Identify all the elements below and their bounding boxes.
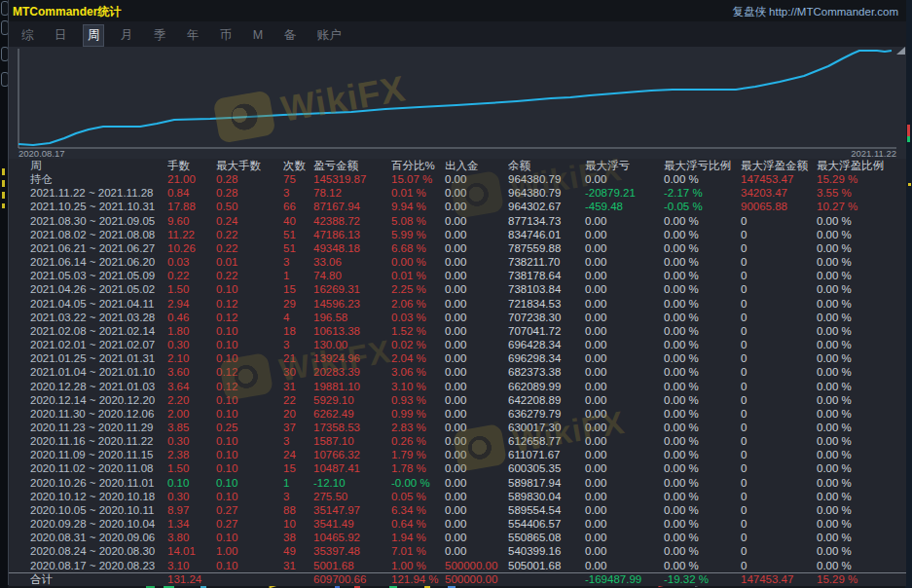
cell-max-lots: 0.12 xyxy=(216,311,283,324)
cell-deposit: 0.00 xyxy=(445,517,508,531)
table-row[interactable]: 2020.12.14 ~ 2020.12.202.200.10225929.10… xyxy=(9,393,906,407)
x-axis-end-label: 2021.11.22 xyxy=(851,148,896,159)
cell-percent: 0.26 % xyxy=(391,434,445,448)
cell-trades: 49 xyxy=(283,544,313,558)
menu-item-month[interactable]: 月 xyxy=(117,25,137,46)
cell-max-float-loss-pct: 0.00 % xyxy=(664,269,741,282)
menu-item-notes[interactable]: 备 xyxy=(280,25,301,46)
brand-link[interactable]: 复盘侠 http://MTCommander.com xyxy=(732,5,898,19)
cell-max-float-profit: 0 xyxy=(741,421,817,434)
cell-lots: 0.10 xyxy=(167,476,216,490)
table-row[interactable]: 2021.04.05 ~ 2021.04.112.940.122914596.2… xyxy=(9,297,906,311)
cell-max-float-profit: 0 xyxy=(741,297,817,311)
table-row[interactable]: 2020.11.09 ~ 2020.11.152.380.102410766.3… xyxy=(9,448,906,461)
cell-lots: 1.80 xyxy=(167,324,216,338)
cell-deposit: 0.00 xyxy=(445,172,508,186)
table-row[interactable]: 2020.08.24 ~ 2020.08.3014.011.004935397.… xyxy=(9,544,906,558)
table-row[interactable]: 2021.06.14 ~ 2021.06.200.030.01333.060.0… xyxy=(9,255,906,269)
table-row[interactable]: 2020.10.05 ~ 2020.10.118.970.278835147.9… xyxy=(9,503,906,517)
cell-pnl: 33.06 xyxy=(313,255,391,269)
table-body: 持仓21.000.2875145319.8715.07 %0.00964380.… xyxy=(9,172,906,572)
cell-deposit: 0.00 xyxy=(445,476,508,490)
menu-item-year[interactable]: 年 xyxy=(183,25,203,46)
cell-period: 合计 xyxy=(9,573,167,586)
table-row[interactable]: 2020.11.16 ~ 2020.11.220.300.1031587.100… xyxy=(9,434,906,448)
table-row[interactable]: 2021.01.25 ~ 2021.01.312.100.102113924.9… xyxy=(9,351,906,365)
cell-max-float-profit: 0 xyxy=(741,324,817,338)
table-row[interactable]: 2020.11.23 ~ 2020.11.293.850.253717358.5… xyxy=(9,421,906,434)
cell-max-float-profit-pct: 0.00 % xyxy=(817,490,898,503)
table-row[interactable]: 2021.02.08 ~ 2021.02.141.800.101810613.3… xyxy=(9,324,906,338)
table-row[interactable]: 2020.10.12 ~ 2020.10.180.300.103275.500.… xyxy=(9,490,906,503)
cell-deposit: 0.00 xyxy=(445,311,508,324)
cell-deposit: 0.00 xyxy=(445,255,508,269)
menu-item-account[interactable]: 账户 xyxy=(313,25,346,46)
cell-max-float-profit: 0 xyxy=(741,241,817,255)
table-row[interactable]: 2021.05.03 ~ 2021.05.090.220.22174.800.0… xyxy=(9,269,906,282)
cell-max-float-profit: 0 xyxy=(741,407,817,421)
cell-max-float-loss: 0.00 xyxy=(585,517,664,531)
cell-max-float-profit: 0 xyxy=(741,269,817,282)
table-row[interactable]: 2021.03.22 ~ 2021.03.280.460.124196.580.… xyxy=(9,311,906,324)
cell-max-lots: 0.10 xyxy=(216,351,283,365)
cell-max-float-loss: -169487.99 xyxy=(585,573,664,586)
cell-max-float-profit: 0 xyxy=(741,517,817,531)
cell-period: 2020.11.30 ~ 2020.12.06 xyxy=(9,407,167,421)
cell-max-float-loss-pct: 0.00 % xyxy=(664,559,741,572)
cell-max-float-profit-pct: 0.00 % xyxy=(817,503,898,517)
table-row[interactable]: 2021.08.02 ~ 2021.08.0811.220.225147186.… xyxy=(9,228,906,241)
cell-deposit: 0.00 xyxy=(445,282,508,296)
cell-lots: 1.50 xyxy=(167,461,216,475)
cell-max-float-profit-pct: 0.00 % xyxy=(817,255,898,269)
cell-max-float-profit: 0 xyxy=(741,448,817,461)
menu-item-summary[interactable]: 综 xyxy=(18,25,38,46)
table-row[interactable]: 持仓21.000.2875145319.8715.07 %0.00964380.… xyxy=(9,172,906,186)
cell-max-float-profit: 0 xyxy=(741,490,817,503)
cell-deposit: 0.00 xyxy=(445,380,508,393)
cell-pnl: 47186.13 xyxy=(313,228,391,241)
cell-deposit: 0.00 xyxy=(445,269,508,282)
cell-max-float-profit-pct: 0.00 % xyxy=(817,311,898,324)
cell-max-lots: 0.10 xyxy=(216,393,283,407)
table-row[interactable]: 2021.04.26 ~ 2021.05.021.500.101516269.3… xyxy=(9,282,906,296)
table-row[interactable]: 2020.10.26 ~ 2020.11.010.100.101-12.10-0… xyxy=(9,476,906,490)
cell-max-lots xyxy=(216,573,283,586)
menu-item-quarter[interactable]: 季 xyxy=(150,25,170,46)
table-row[interactable]: 2021.06.21 ~ 2021.06.2710.260.225149348.… xyxy=(9,241,906,255)
table-row[interactable]: 2020.08.31 ~ 2020.09.063.800.103810465.9… xyxy=(9,531,906,544)
table-row[interactable]: 2021.11.22 ~ 2021.11.280.840.28378.120.0… xyxy=(9,186,906,200)
cell-max-float-loss-pct: 0.00 % xyxy=(664,407,741,421)
table-row[interactable]: 2021.01.04 ~ 2021.01.103.600.123020283.3… xyxy=(9,365,906,379)
cell-deposit: 0.00 xyxy=(445,241,508,255)
cell-lots: 17.88 xyxy=(167,200,216,213)
menu-item-currency[interactable]: 币 xyxy=(216,25,237,46)
table-row[interactable]: 2021.10.25 ~ 2021.10.3117.880.506687167.… xyxy=(9,200,906,213)
table-row[interactable]: 2020.08.17 ~ 2020.08.233.100.10315001.68… xyxy=(9,559,906,572)
table-row[interactable]: 2020.12.28 ~ 2021.01.033.640.123119881.1… xyxy=(9,380,906,393)
cell-max-float-loss-pct: 0.00 % xyxy=(664,311,741,324)
cell-percent: 1.78 % xyxy=(391,461,445,475)
table-row[interactable]: 2020.09.28 ~ 2020.10.041.340.27103541.49… xyxy=(9,517,906,531)
cell-deposit: 0.00 xyxy=(445,214,508,228)
cell-max-float-loss-pct: 0.00 % xyxy=(664,324,741,338)
cell-trades: 3 xyxy=(283,490,313,503)
cell-lots: 9.60 xyxy=(167,214,216,228)
table-row[interactable]: 2020.11.02 ~ 2020.11.081.500.101510487.4… xyxy=(9,461,906,475)
cell-deposit: 0.00 xyxy=(445,228,508,241)
cell-lots: 21.00 xyxy=(167,172,216,186)
table-row[interactable]: 2020.11.30 ~ 2020.12.062.000.10206262.49… xyxy=(9,407,906,421)
cell-max-float-profit-pct: 0.00 % xyxy=(817,365,898,379)
cell-period: 2020.08.24 ~ 2020.08.30 xyxy=(9,544,167,558)
table-row[interactable]: 2021.02.01 ~ 2021.02.070.300.103130.000.… xyxy=(9,338,906,351)
menu-item-m[interactable]: M xyxy=(249,26,267,44)
cell-period: 2021.10.25 ~ 2021.10.31 xyxy=(9,200,167,213)
cell-period: 2021.04.05 ~ 2021.04.11 xyxy=(9,297,167,311)
table-row[interactable]: 2021.08.30 ~ 2021.09.059.600.244042388.7… xyxy=(9,214,906,228)
menu-item-week[interactable]: 周 xyxy=(84,25,104,46)
menu-item-day[interactable]: 日 xyxy=(51,25,71,46)
cell-max-lots: 0.01 xyxy=(216,255,283,269)
cell-deposit: 0.00 xyxy=(445,544,508,558)
cell-max-float-loss: 0.00 xyxy=(585,365,664,379)
cell-max-float-profit: 0 xyxy=(741,338,817,351)
cell-period: 2020.10.12 ~ 2020.10.18 xyxy=(9,490,167,503)
